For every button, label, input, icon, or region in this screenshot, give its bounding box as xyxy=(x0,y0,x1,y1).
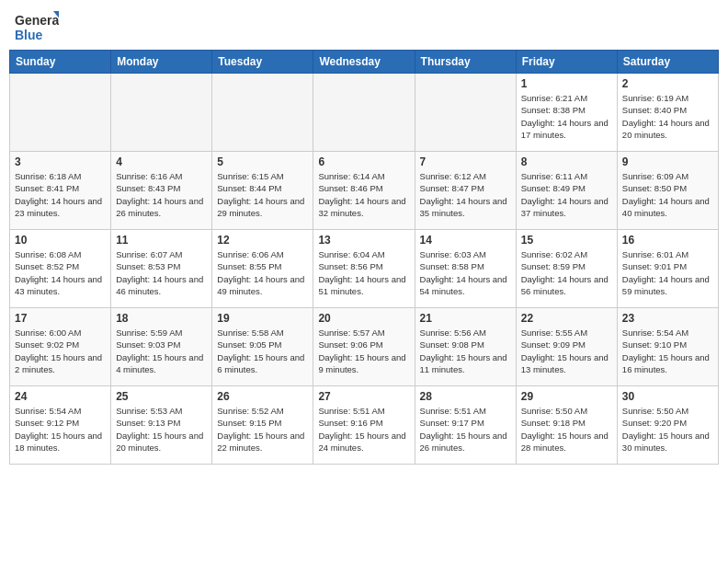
day-number: 12 xyxy=(217,234,308,247)
day-info: Sunrise: 6:21 AM Sunset: 8:38 PM Dayligh… xyxy=(521,92,612,141)
calendar-day-cell: 21Sunrise: 5:56 AM Sunset: 9:08 PM Dayli… xyxy=(415,308,516,386)
weekday-header: Monday xyxy=(111,51,212,74)
logo: General Blue xyxy=(13,9,59,44)
day-number: 17 xyxy=(15,312,106,325)
calendar-day-cell xyxy=(212,74,313,152)
calendar-week-row: 24Sunrise: 5:54 AM Sunset: 9:12 PM Dayli… xyxy=(10,386,719,465)
day-number: 19 xyxy=(217,312,308,325)
day-number: 30 xyxy=(622,390,713,403)
weekday-header: Sunday xyxy=(10,51,111,74)
day-info: Sunrise: 5:54 AM Sunset: 9:10 PM Dayligh… xyxy=(622,327,713,375)
day-number: 23 xyxy=(622,312,713,325)
weekday-header: Wednesday xyxy=(313,51,415,74)
day-info: Sunrise: 6:12 AM Sunset: 8:47 PM Dayligh… xyxy=(420,170,511,219)
day-info: Sunrise: 6:04 AM Sunset: 8:56 PM Dayligh… xyxy=(318,248,409,297)
calendar-day-cell: 30Sunrise: 5:50 AM Sunset: 9:20 PM Dayli… xyxy=(617,386,718,465)
calendar-day-cell xyxy=(313,74,415,152)
weekday-header: Saturday xyxy=(617,51,718,74)
calendar-table: SundayMondayTuesdayWednesdayThursdayFrid… xyxy=(9,50,719,465)
calendar-day-cell: 27Sunrise: 5:51 AM Sunset: 9:16 PM Dayli… xyxy=(313,386,415,465)
calendar-day-cell: 26Sunrise: 5:52 AM Sunset: 9:15 PM Dayli… xyxy=(212,386,313,465)
calendar-day-cell: 1Sunrise: 6:21 AM Sunset: 8:38 PM Daylig… xyxy=(516,74,617,152)
weekday-header: Friday xyxy=(516,51,617,74)
day-info: Sunrise: 6:15 AM Sunset: 8:44 PM Dayligh… xyxy=(217,170,308,219)
calendar-day-cell: 2Sunrise: 6:19 AM Sunset: 8:40 PM Daylig… xyxy=(617,74,718,152)
calendar-day-cell: 13Sunrise: 6:04 AM Sunset: 8:56 PM Dayli… xyxy=(313,230,415,308)
day-number: 24 xyxy=(15,390,106,403)
calendar-day-cell: 28Sunrise: 5:51 AM Sunset: 9:17 PM Dayli… xyxy=(415,386,516,465)
day-info: Sunrise: 6:01 AM Sunset: 9:01 PM Dayligh… xyxy=(622,248,713,297)
svg-text:Blue: Blue xyxy=(15,28,43,42)
calendar-week-row: 1Sunrise: 6:21 AM Sunset: 8:38 PM Daylig… xyxy=(10,74,719,152)
calendar-day-cell xyxy=(10,74,111,152)
calendar-day-cell: 18Sunrise: 5:59 AM Sunset: 9:03 PM Dayli… xyxy=(111,308,212,386)
day-number: 13 xyxy=(318,234,409,247)
day-info: Sunrise: 6:19 AM Sunset: 8:40 PM Dayligh… xyxy=(622,92,713,141)
calendar-day-cell: 29Sunrise: 5:50 AM Sunset: 9:18 PM Dayli… xyxy=(516,386,617,465)
day-number: 26 xyxy=(217,390,308,403)
day-info: Sunrise: 6:09 AM Sunset: 8:50 PM Dayligh… xyxy=(622,170,713,219)
day-number: 11 xyxy=(116,234,207,247)
day-number: 10 xyxy=(15,234,106,247)
day-number: 9 xyxy=(622,155,713,168)
page-header: General Blue xyxy=(9,9,719,44)
calendar-day-cell: 23Sunrise: 5:54 AM Sunset: 9:10 PM Dayli… xyxy=(617,308,718,386)
calendar-day-cell: 15Sunrise: 6:02 AM Sunset: 8:59 PM Dayli… xyxy=(516,230,617,308)
calendar-day-cell xyxy=(415,74,516,152)
day-info: Sunrise: 5:53 AM Sunset: 9:13 PM Dayligh… xyxy=(116,405,207,454)
day-info: Sunrise: 6:00 AM Sunset: 9:02 PM Dayligh… xyxy=(15,327,106,375)
day-info: Sunrise: 6:16 AM Sunset: 8:43 PM Dayligh… xyxy=(116,170,207,219)
calendar-day-cell: 25Sunrise: 5:53 AM Sunset: 9:13 PM Dayli… xyxy=(111,386,212,465)
calendar-week-row: 17Sunrise: 6:00 AM Sunset: 9:02 PM Dayli… xyxy=(10,308,719,386)
day-number: 29 xyxy=(521,390,612,403)
day-number: 27 xyxy=(318,390,409,403)
day-number: 20 xyxy=(318,312,409,325)
day-number: 14 xyxy=(420,234,511,247)
day-info: Sunrise: 6:03 AM Sunset: 8:58 PM Dayligh… xyxy=(420,248,511,297)
day-number: 15 xyxy=(521,234,612,247)
day-info: Sunrise: 5:50 AM Sunset: 9:20 PM Dayligh… xyxy=(622,405,713,454)
calendar-day-cell: 10Sunrise: 6:08 AM Sunset: 8:52 PM Dayli… xyxy=(10,230,111,308)
calendar-day-cell: 14Sunrise: 6:03 AM Sunset: 8:58 PM Dayli… xyxy=(415,230,516,308)
calendar-day-cell: 19Sunrise: 5:58 AM Sunset: 9:05 PM Dayli… xyxy=(212,308,313,386)
day-number: 8 xyxy=(521,155,612,168)
day-info: Sunrise: 6:08 AM Sunset: 8:52 PM Dayligh… xyxy=(15,248,106,297)
svg-text:General: General xyxy=(15,13,59,28)
calendar-day-cell xyxy=(111,74,212,152)
day-info: Sunrise: 5:50 AM Sunset: 9:18 PM Dayligh… xyxy=(521,405,612,454)
day-info: Sunrise: 5:51 AM Sunset: 9:16 PM Dayligh… xyxy=(318,405,409,454)
calendar-week-row: 10Sunrise: 6:08 AM Sunset: 8:52 PM Dayli… xyxy=(10,230,719,308)
day-number: 28 xyxy=(420,390,511,403)
day-number: 1 xyxy=(521,77,612,90)
day-number: 5 xyxy=(217,155,308,168)
calendar-day-cell: 12Sunrise: 6:06 AM Sunset: 8:55 PM Dayli… xyxy=(212,230,313,308)
calendar-day-cell: 5Sunrise: 6:15 AM Sunset: 8:44 PM Daylig… xyxy=(212,152,313,230)
calendar-day-cell: 9Sunrise: 6:09 AM Sunset: 8:50 PM Daylig… xyxy=(617,152,718,230)
weekday-header: Tuesday xyxy=(212,51,313,74)
calendar-day-cell: 16Sunrise: 6:01 AM Sunset: 9:01 PM Dayli… xyxy=(617,230,718,308)
day-number: 6 xyxy=(318,155,409,168)
day-info: Sunrise: 5:52 AM Sunset: 9:15 PM Dayligh… xyxy=(217,405,308,454)
day-number: 3 xyxy=(15,155,106,168)
calendar-day-cell: 22Sunrise: 5:55 AM Sunset: 9:09 PM Dayli… xyxy=(516,308,617,386)
calendar-day-cell: 20Sunrise: 5:57 AM Sunset: 9:06 PM Dayli… xyxy=(313,308,415,386)
calendar-week-row: 3Sunrise: 6:18 AM Sunset: 8:41 PM Daylig… xyxy=(10,152,719,230)
day-number: 22 xyxy=(521,312,612,325)
calendar-day-cell: 3Sunrise: 6:18 AM Sunset: 8:41 PM Daylig… xyxy=(10,152,111,230)
day-info: Sunrise: 5:51 AM Sunset: 9:17 PM Dayligh… xyxy=(420,405,511,454)
day-info: Sunrise: 6:14 AM Sunset: 8:46 PM Dayligh… xyxy=(318,170,409,219)
calendar-day-cell: 17Sunrise: 6:00 AM Sunset: 9:02 PM Dayli… xyxy=(10,308,111,386)
calendar-day-cell: 7Sunrise: 6:12 AM Sunset: 8:47 PM Daylig… xyxy=(415,152,516,230)
calendar-day-cell: 11Sunrise: 6:07 AM Sunset: 8:53 PM Dayli… xyxy=(111,230,212,308)
day-number: 7 xyxy=(420,155,511,168)
day-info: Sunrise: 5:56 AM Sunset: 9:08 PM Dayligh… xyxy=(420,327,511,375)
calendar-day-cell: 8Sunrise: 6:11 AM Sunset: 8:49 PM Daylig… xyxy=(516,152,617,230)
day-info: Sunrise: 6:18 AM Sunset: 8:41 PM Dayligh… xyxy=(15,170,106,219)
calendar-header-row: SundayMondayTuesdayWednesdayThursdayFrid… xyxy=(10,51,719,74)
calendar-day-cell: 24Sunrise: 5:54 AM Sunset: 9:12 PM Dayli… xyxy=(10,386,111,465)
day-number: 16 xyxy=(622,234,713,247)
calendar-day-cell: 6Sunrise: 6:14 AM Sunset: 8:46 PM Daylig… xyxy=(313,152,415,230)
day-number: 18 xyxy=(116,312,207,325)
day-info: Sunrise: 6:11 AM Sunset: 8:49 PM Dayligh… xyxy=(521,170,612,219)
day-number: 4 xyxy=(116,155,207,168)
